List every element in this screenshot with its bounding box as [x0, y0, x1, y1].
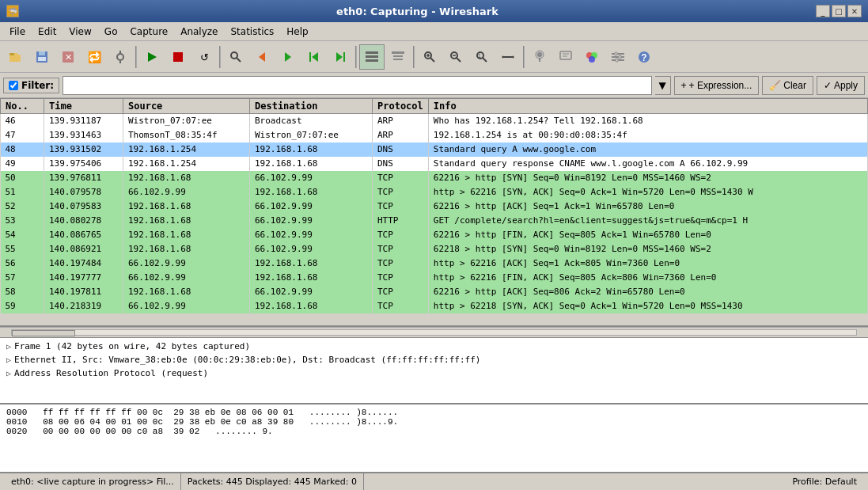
check-icon: ✓ [824, 80, 832, 91]
table-row[interactable]: 52140.079583192.168.1.6866.102.9.99TCP62… [1, 199, 868, 214]
svg-rect-4 [39, 51, 45, 55]
table-row[interactable]: 51140.07957866.102.9.99192.168.1.68TCPht… [1, 185, 868, 199]
table-row[interactable]: 47139.931463ThomsonT_08:35:4fWistron_07:… [1, 128, 868, 142]
stop-capture-btn[interactable] [165, 44, 191, 70]
sep5 [523, 46, 525, 68]
packet-tbody: 46139.931187Wistron_07:07:eeBroadcastARP… [1, 114, 868, 313]
svg-rect-10 [119, 51, 121, 53]
table-row[interactable]: 54140.086765192.168.1.6866.102.9.99TCP62… [1, 228, 868, 242]
svg-rect-51 [612, 53, 624, 55]
table-row[interactable]: 53140.080278192.168.1.6866.102.9.99HTTPG… [1, 214, 868, 228]
coloring-btn[interactable] [579, 44, 605, 70]
help-btn[interactable]: ? [631, 44, 657, 70]
reload-button[interactable]: 🔁 [81, 44, 107, 70]
zoom-normal-btn[interactable]: 1 [469, 44, 495, 70]
detail-row-ethernet[interactable]: ▷ Ethernet II, Src: Vmware_38:eb:0e (00:… [0, 353, 868, 367]
menu-help[interactable]: Help [280, 25, 314, 39]
svg-marker-12 [148, 52, 157, 62]
expression-button[interactable]: + + Expression... [674, 76, 760, 95]
svg-text:↺: ↺ [200, 51, 209, 63]
zoom-in-btn[interactable] [417, 44, 442, 70]
go-last-btn[interactable] [328, 44, 353, 70]
detail-row-arp[interactable]: ▷ Address Resolution Protocol (request) [0, 367, 868, 380]
svg-rect-26 [392, 51, 404, 54]
minimize-button[interactable]: _ [816, 5, 830, 17]
svg-rect-27 [393, 55, 403, 57]
filter-checkbox[interactable] [9, 81, 18, 90]
table-row[interactable]: 55140.086921192.168.1.6866.102.9.99TCP62… [1, 242, 868, 256]
table-row[interactable]: 57140.19777766.102.9.99192.168.1.68TCPht… [1, 271, 868, 285]
svg-line-37 [483, 58, 487, 62]
display-filter-btn[interactable] [553, 44, 578, 70]
menu-statistics[interactable]: Statistics [224, 25, 280, 39]
detail-panels: ▷ Frame 1 (42 bytes on wire, 42 bytes ca… [0, 338, 868, 473]
bytes-row: 0020 00 00 00 00 00 00 c0 a8 39 02 .....… [6, 427, 862, 436]
svg-rect-56 [616, 59, 618, 62]
table-row[interactable]: 48139.931502192.168.1.254192.168.1.68DNS… [1, 142, 868, 157]
svg-rect-52 [612, 56, 624, 58]
filter-dropdown[interactable]: ▼ [655, 76, 671, 95]
table-row[interactable]: 56140.19748466.102.9.99192.168.1.68TCPht… [1, 256, 868, 271]
find-packet-btn[interactable] [223, 44, 248, 70]
col-time[interactable]: Time [44, 99, 123, 114]
save-button[interactable] [29, 44, 55, 70]
menu-bar: File Edit View Go Capture Analyze Statis… [0, 22, 868, 41]
open-button[interactable] [3, 44, 28, 70]
packet-detail[interactable]: ▷ Frame 1 (42 bytes on wire, 42 bytes ca… [0, 338, 868, 405]
table-row[interactable]: 59140.21831966.102.9.99192.168.1.68TCPht… [1, 299, 868, 313]
col-no[interactable]: No.. [1, 99, 44, 114]
menu-go[interactable]: Go [98, 25, 124, 39]
menu-file[interactable]: File [3, 25, 32, 39]
go-first-btn[interactable] [301, 44, 327, 70]
table-row[interactable]: 50139.976811192.168.1.6866.102.9.99TCP62… [1, 171, 868, 185]
svg-rect-22 [343, 52, 345, 62]
maximize-button[interactable]: □ [832, 5, 846, 17]
svg-line-16 [237, 58, 241, 62]
apply-button[interactable]: ✓ Apply [817, 76, 865, 95]
close-file-button[interactable]: ✕ [55, 44, 81, 70]
table-row[interactable]: 49139.975406192.168.1.254192.168.1.68DNS… [1, 157, 868, 171]
sep1 [135, 46, 137, 68]
svg-rect-54 [615, 52, 617, 55]
prev-packet-btn[interactable] [249, 44, 275, 70]
svg-marker-19 [312, 52, 318, 62]
capture-filter-btn[interactable] [527, 44, 552, 70]
svg-rect-2 [9, 53, 14, 55]
col-info[interactable]: Info [428, 99, 867, 114]
filter-input[interactable] [63, 76, 652, 95]
toggle-detail-btn[interactable] [385, 44, 411, 70]
zoom-out-btn[interactable] [443, 44, 468, 70]
hscroll-bar[interactable] [0, 327, 868, 338]
col-protocol[interactable]: Protocol [373, 99, 429, 114]
restart-capture-btn[interactable]: ↺ [191, 44, 217, 70]
table-row[interactable]: 46139.931187Wistron_07:07:eeBroadcastARP… [1, 114, 868, 128]
svg-rect-13 [173, 52, 183, 62]
resize-cols-btn[interactable] [495, 44, 521, 70]
col-source[interactable]: Source [123, 99, 250, 114]
toggle-pktlist-btn[interactable] [359, 44, 385, 70]
svg-point-43 [537, 52, 542, 57]
packet-list-container[interactable]: No.. Time Source Destination Protocol In… [0, 98, 868, 327]
svg-text:1: 1 [478, 53, 481, 59]
svg-rect-24 [366, 55, 378, 58]
svg-marker-18 [285, 52, 291, 62]
svg-rect-25 [366, 59, 378, 62]
detail-row-frame[interactable]: ▷ Frame 1 (42 bytes on wire, 42 bytes ca… [0, 340, 868, 353]
close-button[interactable]: ✕ [847, 5, 862, 17]
col-dest[interactable]: Destination [250, 99, 373, 114]
prefs-btn[interactable] [605, 44, 631, 70]
svg-text:✕: ✕ [65, 52, 72, 62]
svg-line-34 [457, 58, 461, 62]
next-packet-btn[interactable] [275, 44, 301, 70]
clear-button[interactable]: 🧹 Clear [762, 76, 813, 95]
menu-edit[interactable]: Edit [32, 25, 63, 39]
filter-bar: Filter: ▼ + + Expression... 🧹 Clear ✓ Ap… [0, 73, 868, 98]
table-row[interactable]: 58140.197811192.168.1.6866.102.9.99TCP62… [1, 285, 868, 299]
menu-analyze[interactable]: Analyze [174, 25, 224, 39]
menu-view[interactable]: View [63, 25, 97, 39]
menu-capture[interactable]: Capture [123, 25, 174, 39]
packet-bytes: 0000 ff ff ff ff ff ff 00 0c 29 38 eb 0e… [0, 405, 868, 472]
options-button[interactable] [108, 44, 133, 70]
start-capture-btn[interactable] [139, 44, 165, 70]
expand-arrow-1: ▷ [6, 342, 11, 351]
